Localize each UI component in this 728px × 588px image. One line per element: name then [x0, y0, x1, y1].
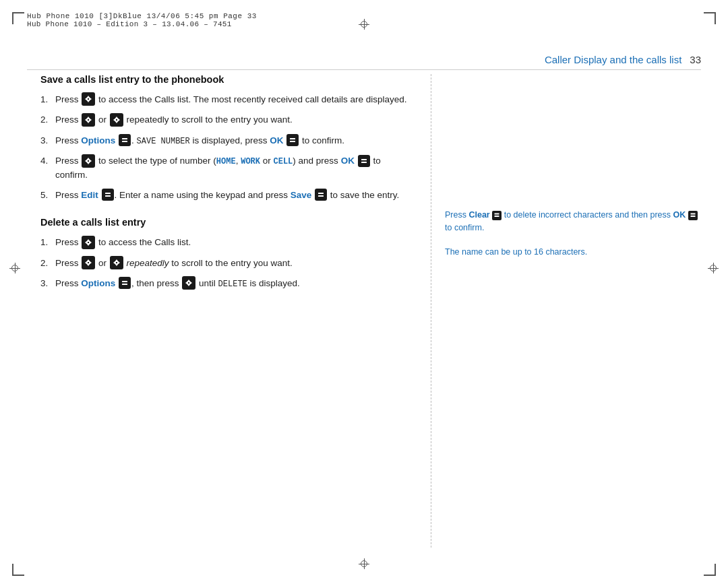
edit-label: Edit — [81, 190, 98, 200]
svg-rect-45 — [495, 216, 499, 217]
corner-tr — [704, 12, 716, 24]
save-step-2: 2. Press or repeatedly to scroll to the … — [40, 113, 411, 127]
del-step-content-1: Press to access the Calls list. — [55, 236, 411, 249]
section-delete-title: Delete a calls list entry — [40, 217, 411, 228]
save-label: Save — [291, 190, 312, 200]
svg-marker-10 — [113, 118, 116, 122]
delete-step-3: 3. Press Options , then press until DELE… — [40, 277, 411, 290]
svg-rect-44 — [495, 214, 499, 215]
svg-marker-36 — [113, 261, 116, 265]
nav-button-icon — [82, 113, 95, 127]
note-block-1: Press Clear to delete incorrect characte… — [445, 209, 701, 235]
step-content-4: Press to select the type of number (HOME… — [55, 154, 411, 182]
page-title: Caller Display and the calls list — [545, 54, 681, 65]
step-num-5: 5. — [40, 189, 55, 202]
svg-marker-32 — [85, 261, 88, 265]
options-label-2: Options — [81, 278, 115, 288]
nav-button-icon — [110, 256, 123, 269]
save-step-5: 5. Press Edit . Enter a name using the k… — [40, 189, 411, 202]
svg-rect-21 — [361, 162, 367, 163]
save-steps-list: 1. Press to access the Calls list. The m… — [40, 93, 411, 202]
corner-br — [704, 564, 716, 576]
corner-tl — [12, 12, 24, 24]
del-step-num-2: 2. — [40, 257, 55, 270]
svg-rect-39 — [122, 284, 127, 285]
save-step-3: 3. Press Options . SAVE NUMBER is displa… — [40, 134, 411, 148]
step-num-3: 3. — [40, 134, 55, 148]
step-content-1: Press to access the Calls list. The most… — [55, 93, 411, 106]
nav-button-icon — [82, 236, 95, 249]
save-step-1: 1. Press to access the Calls list. The m… — [40, 93, 411, 106]
svg-rect-24 — [318, 193, 324, 194]
svg-rect-13 — [122, 141, 127, 142]
save-step-4: 4. Press to select the type of number (H… — [40, 154, 411, 182]
svg-marker-18 — [85, 159, 88, 163]
step-content-5: Press Edit . Enter a name using the keyp… — [55, 189, 411, 202]
nav-button-icon — [82, 92, 95, 106]
btn-icon — [315, 189, 327, 201]
btn-icon — [102, 189, 114, 201]
btn-icon — [286, 134, 299, 146]
corner-bl — [12, 564, 24, 576]
step-content-3: Press Options . SAVE NUMBER is displayed… — [55, 134, 411, 148]
clear-label: Clear — [468, 210, 489, 220]
options-label: Options — [81, 135, 115, 145]
work-code: WORK — [241, 157, 260, 166]
svg-marker-29 — [89, 240, 92, 244]
svg-marker-28 — [85, 240, 88, 244]
note-text-1: Press Clear to delete incorrect characte… — [445, 209, 701, 235]
svg-marker-3 — [89, 97, 92, 101]
step-num-1: 1. — [40, 93, 55, 106]
svg-marker-33 — [89, 261, 92, 265]
nav-button-icon — [82, 256, 95, 269]
btn-icon — [119, 277, 131, 289]
ok-note-label: OK — [673, 210, 686, 220]
note-text-2: The name can be up to 16 characters. — [445, 246, 701, 259]
svg-marker-11 — [117, 118, 120, 122]
nav-button-icon — [110, 113, 123, 127]
nav-button-icon — [182, 276, 195, 290]
svg-rect-23 — [105, 195, 111, 197]
ok-label-2: OK — [341, 156, 355, 166]
home-code: HOME — [216, 157, 236, 166]
btn-icon — [119, 134, 131, 146]
svg-marker-7 — [89, 118, 92, 122]
del-step-content-3: Press Options , then press until DELETE … — [55, 277, 411, 290]
cell-code: CELL — [274, 157, 293, 166]
step-content-2: Press or repeatedly to scroll to the ent… — [55, 113, 411, 127]
del-step-num-1: 1. — [40, 236, 55, 249]
delete-code: DELETE — [218, 280, 247, 289]
svg-rect-12 — [122, 138, 127, 139]
left-column: Save a calls list entry to the phonebook… — [40, 74, 431, 548]
step-num-2: 2. — [40, 113, 55, 127]
reg-mark-bottom — [359, 558, 369, 569]
ok-label: OK — [270, 135, 283, 145]
reg-mark-top — [359, 19, 369, 30]
reg-mark-right — [708, 263, 719, 273]
svg-rect-14 — [290, 138, 295, 139]
svg-rect-15 — [290, 141, 295, 142]
svg-marker-6 — [85, 118, 88, 122]
delete-step-1: 1. Press to access the Calls list. — [40, 236, 411, 249]
content-area: Save a calls list entry to the phonebook… — [40, 74, 701, 548]
nav-button-icon — [82, 154, 95, 168]
svg-rect-20 — [361, 159, 367, 160]
repeatedly-text: repeatedly — [127, 258, 169, 268]
svg-rect-47 — [690, 216, 695, 217]
svg-marker-43 — [189, 281, 192, 285]
delete-step-2: 2. Press or repeatedly to scroll to the … — [40, 257, 411, 270]
svg-marker-2 — [85, 97, 88, 101]
svg-marker-42 — [185, 281, 188, 285]
section-save: Save a calls list entry to the phonebook… — [40, 74, 411, 202]
svg-rect-38 — [122, 281, 127, 282]
svg-marker-19 — [89, 159, 92, 163]
section-delete: Delete a calls list entry 1. Press to ac… — [40, 217, 411, 290]
btn-icon — [358, 155, 370, 167]
del-step-num-3: 3. — [40, 277, 55, 290]
btn-sm-icon — [492, 211, 502, 220]
svg-rect-22 — [105, 193, 111, 194]
btn-sm-icon-2 — [688, 211, 698, 220]
step-num-4: 4. — [40, 154, 55, 182]
delete-steps-list: 1. Press to access the Calls list. 2. Pr… — [40, 236, 411, 290]
right-sidebar: Press Clear to delete incorrect characte… — [431, 74, 701, 548]
